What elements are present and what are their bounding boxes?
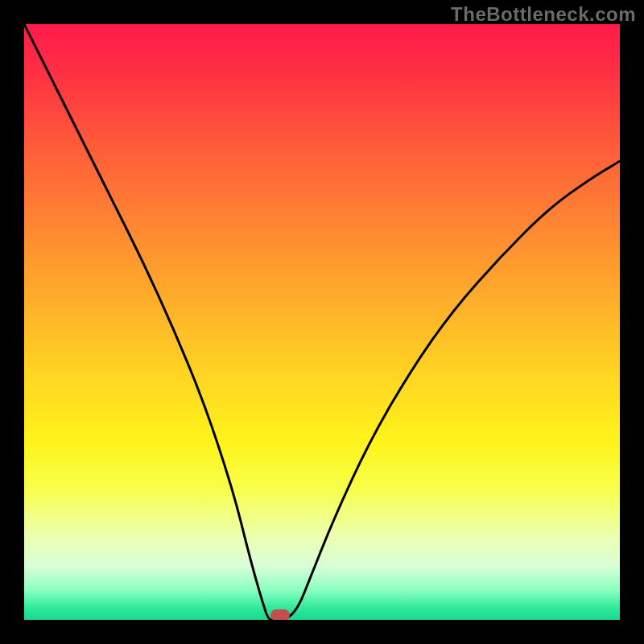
bottleneck-curve [24,24,620,620]
chart-frame: TheBottleneck.com [0,0,644,644]
watermark-text: TheBottleneck.com [451,3,636,26]
optimum-marker [270,609,290,620]
plot-area [24,24,620,620]
